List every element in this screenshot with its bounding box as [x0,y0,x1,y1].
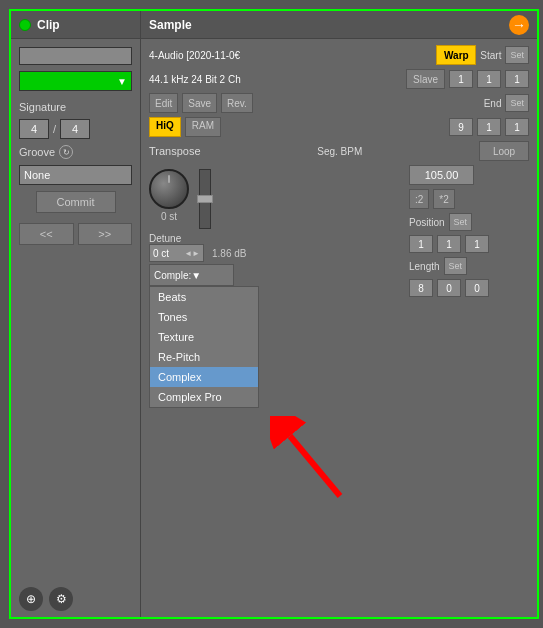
position-label: Position [409,217,445,228]
transpose-seg-row: Transpose Seg. BPM Loop [149,141,529,161]
length-val-2[interactable]: 0 [437,279,461,297]
length-val-1[interactable]: 8 [409,279,433,297]
clip-panel: Clip ▼ Signature 4 / 4 Groove ↻ None Com… [11,11,141,617]
file-warp-row: 4-Audio [2020-11-0€ Warp Start Set [149,45,529,65]
end-val-3[interactable]: 1 [505,118,529,136]
sample-header: Sample → [141,11,537,39]
color-dropdown[interactable]: ▼ [19,71,132,91]
nav-row: << >> [19,223,132,245]
end-label: End [484,98,502,109]
seg-bpm-value[interactable]: 105.00 [409,165,474,185]
sig-denominator[interactable]: 4 [60,119,90,139]
detune-value-box[interactable]: 0 ct ◄► [149,244,204,262]
warp-mode-text: Comple:▼ [154,270,201,281]
position-label-row: Position Set [409,213,529,231]
main-controls: 0 st Detune 0 ct [149,165,529,297]
start-val-2[interactable]: 1 [477,70,501,88]
clip-status-dot [19,19,31,31]
right-info: 105.00 :2 *2 Position Set 1 1 1 [409,165,529,297]
slave-button[interactable]: Slave [406,69,445,89]
clip-content: ▼ Signature 4 / 4 Groove ↻ None Commit <… [11,39,140,253]
metronome-icon[interactable]: ⊕ [19,587,43,611]
groove-value[interactable]: None [19,165,132,185]
warp-mode-texture[interactable]: Texture [150,327,258,347]
red-arrow-annotation [270,416,360,508]
svg-line-1 [290,436,340,496]
length-vals-row: 8 0 0 [409,279,529,297]
settings-icon[interactable]: ⚙ [49,587,73,611]
pitch-slider[interactable] [199,169,211,229]
slider-handle [197,195,213,203]
start-label: Start [480,50,501,61]
pos-val-3[interactable]: 1 [465,235,489,253]
half-tempo-button[interactable]: :2 [409,189,429,209]
position-set-button[interactable]: Set [449,213,473,231]
detune-value: 0 ct [153,248,169,259]
color-dropdown-arrow: ▼ [117,76,127,87]
half-double-row: :2 *2 [409,189,529,209]
hiq-button[interactable]: HiQ [149,117,181,137]
warp-mode-button[interactable]: Comple:▼ [149,264,234,286]
warp-mode-dropdown: Beats Tones Texture Re-Pitch Complex Com… [149,286,259,408]
transpose-knob[interactable] [149,169,189,209]
groove-refresh-icon[interactable]: ↻ [59,145,73,159]
hiq-row: HiQ RAM 9 1 1 [149,117,529,137]
transpose-label: Transpose [149,145,201,157]
warp-mode-repitch[interactable]: Re-Pitch [150,347,258,367]
sample-panel: Sample → 4-Audio [2020-11-0€ Warp Start … [141,11,537,617]
slider-section [199,169,211,229]
rev-button[interactable]: Rev. [221,93,253,113]
detune-db: 1.86 dB [212,248,246,259]
clip-name-input[interactable] [19,47,132,65]
pos-val-1[interactable]: 1 [409,235,433,253]
sig-numerator[interactable]: 4 [19,119,49,139]
detune-row: Detune [149,233,401,244]
end-val-2[interactable]: 1 [477,118,501,136]
sig-slash: / [51,123,58,135]
knob-value: 0 st [161,211,177,222]
save-button[interactable]: Save [182,93,217,113]
length-label: Length [409,261,440,272]
prev-button[interactable]: << [19,223,74,245]
sample-content: 4-Audio [2020-11-0€ Warp Start Set 44.1 … [141,39,537,303]
pos-val-2[interactable]: 1 [437,235,461,253]
file-name: 4-Audio [2020-11-0€ [149,50,432,61]
sample-title: Sample [149,18,192,32]
warp-button[interactable]: Warp [436,45,476,65]
warp-mode-complex[interactable]: Complex [150,367,258,387]
knob-tick [168,175,170,183]
warp-mode-beats[interactable]: Beats [150,287,258,307]
clip-header: Clip [11,11,140,39]
end-set-button[interactable]: Set [505,94,529,112]
position-vals-row: 1 1 1 [409,235,529,253]
length-val-3[interactable]: 0 [465,279,489,297]
commit-button[interactable]: Commit [36,191,116,213]
start-val-3[interactable]: 1 [505,70,529,88]
edit-row: Edit Save Rev. End Set [149,93,529,113]
file-info: 44.1 kHz 24 Bit 2 Ch [149,74,402,85]
detune-stepper[interactable]: ◄► [184,249,200,258]
signature-label: Signature [19,101,132,113]
transpose-section: 0 st [149,165,401,233]
edit-button[interactable]: Edit [149,93,178,113]
double-tempo-button[interactable]: *2 [433,189,454,209]
signature-row: 4 / 4 [19,119,132,139]
detune-value-row: 0 ct ◄► 1.86 dB [149,244,401,262]
knob-section: 0 st [149,169,189,229]
header-arrow-icon: → [512,17,526,33]
ram-button[interactable]: RAM [185,117,221,137]
start-set-button[interactable]: Set [505,46,529,64]
length-label-row: Length Set [409,257,529,275]
start-val-1[interactable]: 1 [449,70,473,88]
warp-mode-tones[interactable]: Tones [150,307,258,327]
header-arrow-btn[interactable]: → [509,15,529,35]
loop-button[interactable]: Loop [479,141,529,161]
length-set-button[interactable]: Set [444,257,468,275]
next-button[interactable]: >> [78,223,133,245]
seg-bpm-label: Seg. BPM [317,146,362,157]
left-controls: 0 st Detune 0 ct [149,165,401,297]
warp-mode-complex-pro[interactable]: Complex Pro [150,387,258,407]
groove-row: Groove ↻ [19,145,132,159]
end-val-1[interactable]: 9 [449,118,473,136]
groove-label: Groove [19,146,55,158]
